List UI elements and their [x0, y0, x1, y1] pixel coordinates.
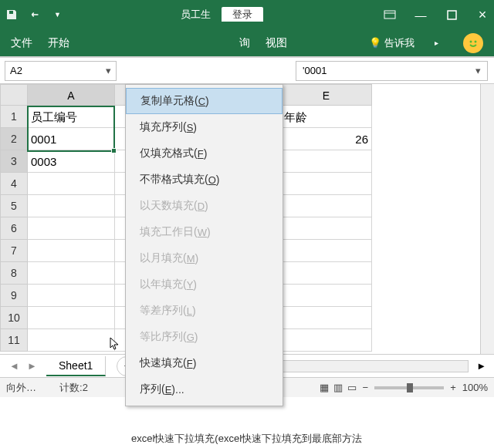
name-box-value: A2	[10, 65, 22, 76]
cell[interactable]	[28, 262, 115, 285]
save-icon[interactable]	[5, 8, 19, 22]
ribbon-tabs: 文件 开始 询 视图 💡告诉我 ▸	[0, 29, 494, 56]
cell[interactable]: 年龄	[281, 106, 372, 128]
cell[interactable]	[281, 150, 372, 173]
sheet-tab[interactable]: Sheet1	[46, 356, 106, 376]
tab-file[interactable]: 文件	[11, 36, 32, 50]
cell[interactable]: 0001	[28, 128, 115, 150]
menu-item[interactable]: 复制单元格(C)	[126, 88, 283, 114]
cell[interactable]	[28, 240, 115, 262]
row-header[interactable]: 8	[0, 262, 28, 285]
cell[interactable]	[28, 217, 115, 240]
ribbon-options-icon[interactable]	[383, 8, 397, 22]
prev-sheet-icon[interactable]: ◄	[9, 360, 19, 372]
cell[interactable]: 员工编号	[28, 106, 115, 128]
menu-item[interactable]: 序列(E)...	[126, 376, 283, 403]
autofill-options-menu: 复制单元格(C)填充序列(S)仅填充格式(F)不带格式填充(O)以天数填充(D)…	[125, 84, 283, 406]
zoom-slider[interactable]	[374, 386, 444, 389]
status-count-value: 2	[83, 382, 88, 393]
fill-handle[interactable]	[111, 148, 117, 153]
next-sheet-icon[interactable]: ►	[27, 360, 37, 372]
status-count-label: 计数:	[59, 381, 83, 395]
cell[interactable]: 26	[281, 128, 372, 150]
tab-view[interactable]: 视图	[266, 36, 287, 50]
doc-title: 员工生	[181, 8, 211, 20]
menu-item: 以天数填充(D)	[126, 193, 283, 219]
undo-icon[interactable]	[29, 8, 43, 22]
name-box[interactable]: A2 ▾	[5, 61, 117, 81]
page-layout-icon[interactable]: ▥	[333, 382, 343, 393]
vertical-scrollbar[interactable]	[480, 84, 494, 354]
worksheet-area: 1234567891011 ABCDE 员工编号部门年龄0001销售部26000…	[0, 84, 494, 354]
row-header[interactable]: 4	[0, 173, 28, 195]
tab-query[interactable]: 询	[239, 36, 250, 50]
normal-view-icon[interactable]: ▦	[320, 382, 329, 393]
status-mode: 向外…	[6, 381, 36, 395]
scroll-right-icon[interactable]: ►	[476, 360, 486, 372]
svg-point-3	[470, 40, 472, 42]
row-header[interactable]: 2	[0, 128, 28, 150]
row-header[interactable]: 6	[0, 217, 28, 240]
zoom-in-icon[interactable]: +	[450, 382, 456, 393]
menu-item: 填充工作日(W)	[126, 219, 283, 245]
cell[interactable]: 0003	[28, 150, 115, 173]
cell[interactable]	[281, 307, 372, 329]
cell[interactable]	[281, 240, 372, 262]
zoom-level[interactable]: 100%	[462, 382, 488, 393]
menu-item[interactable]: 快速填充(F)	[126, 350, 283, 376]
row-header[interactable]: 3	[0, 150, 28, 173]
cell[interactable]	[28, 285, 115, 307]
cell[interactable]	[281, 217, 372, 240]
cell[interactable]	[28, 329, 115, 352]
chevron-down-icon[interactable]: ▾	[106, 65, 111, 76]
cell[interactable]	[28, 173, 115, 195]
cell[interactable]	[281, 173, 372, 195]
menu-item[interactable]: 仅填充格式(F)	[126, 140, 283, 167]
zoom-out-icon[interactable]: −	[363, 382, 369, 393]
ribbon-more-icon[interactable]: ▸	[435, 39, 438, 47]
minimize-icon[interactable]: —	[414, 8, 428, 22]
cell[interactable]	[281, 285, 372, 307]
title-bar: ▼ 员工生 登录 — ×	[0, 0, 494, 29]
login-tab[interactable]: 登录	[222, 7, 263, 22]
row-headers: 1234567891011	[0, 84, 28, 354]
row-header[interactable]: 9	[0, 285, 28, 307]
menu-item: 以年填充(Y)	[126, 271, 283, 298]
page-break-icon[interactable]: ▭	[347, 382, 357, 393]
menu-item[interactable]: 填充序列(S)	[126, 114, 283, 140]
menu-item[interactable]: 不带格式填充(O)	[126, 167, 283, 193]
cell[interactable]	[28, 195, 115, 217]
row-header[interactable]: 11	[0, 329, 28, 352]
cell[interactable]	[281, 329, 372, 352]
chevron-down-icon[interactable]: ▾	[475, 65, 481, 76]
formula-value: '0001	[303, 65, 327, 76]
menu-item: 以月填充(M)	[126, 245, 283, 271]
svg-rect-2	[448, 11, 456, 19]
maximize-icon[interactable]	[445, 8, 458, 22]
row-header[interactable]: 7	[0, 240, 28, 262]
formula-bar[interactable]: '0001 ▾	[296, 61, 488, 81]
tell-me[interactable]: 💡告诉我	[369, 36, 414, 50]
svg-rect-1	[384, 11, 395, 19]
cursor-icon	[109, 336, 123, 350]
close-icon[interactable]: ×	[475, 8, 489, 22]
column-header[interactable]: E	[281, 84, 372, 106]
cell[interactable]	[281, 195, 372, 217]
tab-home[interactable]: 开始	[48, 36, 69, 50]
svg-rect-0	[9, 11, 13, 14]
bulb-icon: 💡	[369, 37, 381, 49]
feedback-icon[interactable]	[463, 33, 483, 53]
menu-item: 等差序列(L)	[126, 298, 283, 324]
menu-item: 等比序列(G)	[126, 324, 283, 350]
row-header[interactable]: 1	[0, 106, 28, 128]
select-all-corner[interactable]	[0, 84, 28, 106]
svg-point-4	[475, 40, 477, 42]
overlay-caption: excel快速下拉填充(excel快速下拉填充到最底部方法	[131, 432, 362, 446]
cell[interactable]	[28, 307, 115, 329]
formula-bar-row: A2 ▾ '0001 ▾	[0, 58, 494, 84]
row-header[interactable]: 10	[0, 307, 28, 329]
cell[interactable]	[281, 262, 372, 285]
row-header[interactable]: 5	[0, 195, 28, 217]
column-header[interactable]: A	[28, 84, 115, 106]
undo-dropdown-icon[interactable]: ▼	[54, 11, 61, 19]
